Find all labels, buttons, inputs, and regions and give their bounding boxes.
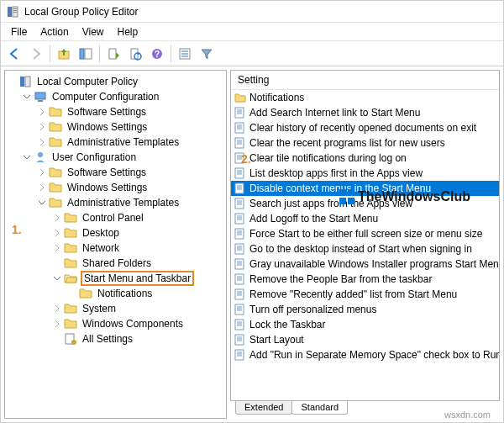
collapsed-arrow-icon[interactable] <box>37 137 47 147</box>
menu-action[interactable]: Action <box>34 24 75 40</box>
menu-view[interactable]: View <box>76 24 111 40</box>
help-button[interactable]: ? <box>147 44 167 64</box>
filter-button[interactable] <box>197 44 217 64</box>
list-item[interactable]: Remove the People Bar from the taskbar <box>231 272 499 287</box>
list-item[interactable]: Disable context menus in the Start Menu <box>231 181 499 196</box>
folder-icon <box>234 92 246 103</box>
collapsed-arrow-icon[interactable] <box>52 304 62 314</box>
refresh-button[interactable] <box>125 44 145 64</box>
expanded-arrow-icon[interactable] <box>22 152 32 162</box>
tree-item[interactable]: Administrative Templates <box>35 135 226 150</box>
policy-setting-icon <box>234 228 246 240</box>
list-item[interactable]: Clear tile notifications during log on <box>231 151 499 166</box>
list-item-label: Clear history of recently opened documen… <box>249 122 476 134</box>
tree-item[interactable]: Software Settings <box>35 104 226 119</box>
list-item[interactable]: Turn off personalized menus <box>231 302 499 317</box>
tree-item[interactable]: All Settings <box>50 331 226 346</box>
list-item[interactable]: Add Logoff to the Start Menu <box>231 211 499 226</box>
export-button[interactable] <box>103 44 123 64</box>
collapsed-arrow-icon[interactable] <box>52 243 62 253</box>
folder-icon <box>64 317 77 330</box>
svg-rect-36 <box>235 335 244 345</box>
folder-icon <box>64 256 77 270</box>
expanded-arrow-icon[interactable] <box>52 273 62 283</box>
back-button[interactable] <box>4 44 24 64</box>
svg-rect-26 <box>235 183 244 193</box>
computer-icon <box>34 90 47 103</box>
collapsed-arrow-icon[interactable] <box>52 319 62 329</box>
list-item-label: Turn off personalized menus <box>249 304 376 315</box>
up-button[interactable] <box>54 44 74 64</box>
tree-user-config[interactable]: User Configuration <box>20 150 226 165</box>
tab-extended[interactable]: Extended <box>235 400 292 415</box>
tab-standard[interactable]: Standard <box>291 400 348 415</box>
tree-admin-templates[interactable]: Administrative Templates <box>35 195 226 210</box>
folder-icon <box>49 105 62 119</box>
list-item[interactable]: Clear history of recently opened documen… <box>231 120 499 135</box>
tree-item[interactable]: Windows Settings <box>35 180 226 195</box>
tree-item[interactable]: Notifications <box>66 286 226 301</box>
policy-setting-icon <box>234 243 246 255</box>
list-item-label: Notifications <box>249 92 304 103</box>
folder-icon <box>49 181 62 194</box>
title-bar: Local Group Policy Editor <box>1 1 503 23</box>
collapsed-arrow-icon[interactable] <box>37 182 47 193</box>
svg-rect-24 <box>235 153 244 163</box>
tree-computer-config[interactable]: Computer Configuration <box>20 89 226 104</box>
tree-item[interactable]: Windows Components <box>50 316 226 331</box>
show-hide-tree-button[interactable] <box>76 44 96 64</box>
list-item[interactable]: Go to the desktop instead of Start when … <box>231 241 499 256</box>
svg-rect-27 <box>235 198 244 209</box>
policy-setting-icon <box>234 334 246 346</box>
tree-item[interactable]: Windows Settings <box>35 119 226 135</box>
collapse-icon[interactable] <box>7 77 17 87</box>
list-item[interactable]: Start Layout <box>231 332 499 347</box>
svg-rect-15 <box>25 77 30 87</box>
list-item[interactable]: List desktop apps first in the Apps view <box>231 166 499 181</box>
tree-item[interactable]: Control Panel <box>50 210 226 225</box>
collapsed-arrow-icon[interactable] <box>37 122 47 132</box>
collapsed-arrow-icon[interactable] <box>52 228 62 238</box>
list-item[interactable]: Add "Run in Separate Memory Space" check… <box>231 347 499 362</box>
list-item[interactable]: Remove "Recently added" list from Start … <box>231 287 499 302</box>
forward-button[interactable] <box>26 44 46 64</box>
column-header-setting[interactable]: Setting <box>231 71 499 90</box>
list-item[interactable]: Gray unavailable Windows Installer progr… <box>231 256 499 272</box>
svg-rect-6 <box>80 49 84 59</box>
list-item-label: Search just apps from the Apps view <box>249 198 412 209</box>
folder-icon <box>79 287 92 300</box>
svg-rect-25 <box>235 168 244 178</box>
footer-watermark: wsxdn.com <box>444 410 491 420</box>
tree-root[interactable]: Local Computer Policy <box>5 74 226 89</box>
list-item[interactable]: Search just apps from the Apps view <box>231 196 499 211</box>
tree-item[interactable]: Network <box>50 241 226 256</box>
console-tree[interactable]: Local Computer Policy Computer Configura… <box>4 70 227 419</box>
list-item-label: Add Logoff to the Start Menu <box>249 213 378 225</box>
list-item[interactable]: Clear the recent programs list for new u… <box>231 135 499 151</box>
tree-item[interactable]: Desktop <box>50 225 226 241</box>
policy-setting-icon <box>234 288 246 300</box>
collapsed-arrow-icon[interactable] <box>37 107 47 117</box>
expanded-arrow-icon[interactable] <box>37 198 47 208</box>
tree-item[interactable]: Shared Folders <box>50 256 226 271</box>
tree-item[interactable]: System <box>50 301 226 316</box>
folder-icon <box>49 196 62 209</box>
expanded-arrow-icon[interactable] <box>22 92 32 102</box>
tree-start-menu-taskbar[interactable]: Start Menu and Taskbar <box>50 271 226 286</box>
folder-icon <box>64 226 77 240</box>
menu-help[interactable]: Help <box>111 24 145 40</box>
collapsed-arrow-icon[interactable] <box>52 213 62 223</box>
tree-item[interactable]: Software Settings <box>35 165 226 180</box>
policy-setting-icon <box>234 198 246 209</box>
list-item[interactable]: Add Search Internet link to Start Menu <box>231 105 499 120</box>
folder-icon <box>64 302 77 315</box>
settings-list[interactable]: Setting NotificationsAdd Search Internet… <box>230 70 500 401</box>
list-item[interactable]: Lock the Taskbar <box>231 317 499 332</box>
menu-file[interactable]: File <box>4 24 34 40</box>
filter-options-button[interactable] <box>175 44 195 64</box>
list-item[interactable]: Force Start to be either full screen siz… <box>231 226 499 241</box>
list-item-label: Gray unavailable Windows Installer progr… <box>249 258 500 270</box>
collapsed-arrow-icon[interactable] <box>37 167 47 177</box>
svg-rect-0 <box>8 7 12 17</box>
list-item[interactable]: Notifications <box>231 90 499 105</box>
